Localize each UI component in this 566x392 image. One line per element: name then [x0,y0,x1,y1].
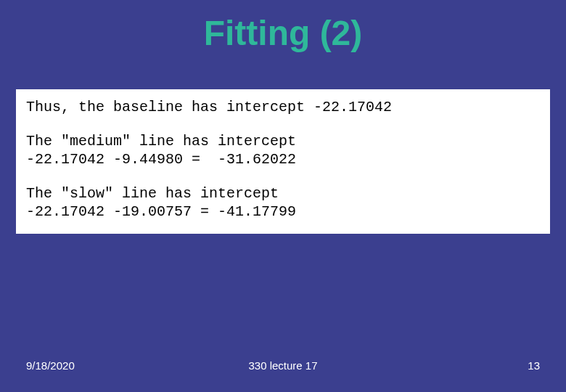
content-box: Thus, the baseline has intercept -22.170… [16,89,550,234]
slide-title: Fitting (2) [0,13,566,53]
footer-date: 9/18/2020 [26,359,75,372]
medium-line-intercept-text: The "medium" line has intercept -22.1704… [26,132,540,168]
slow-line-intercept-text: The "slow" line has intercept -22.17042 … [26,184,540,221]
footer-lecture: 330 lecture 17 [248,359,317,372]
baseline-intercept-text: Thus, the baseline has intercept -22.170… [26,98,540,116]
slide-footer: 9/18/2020 330 lecture 17 13 [0,359,566,372]
footer-page-number: 13 [528,359,540,372]
